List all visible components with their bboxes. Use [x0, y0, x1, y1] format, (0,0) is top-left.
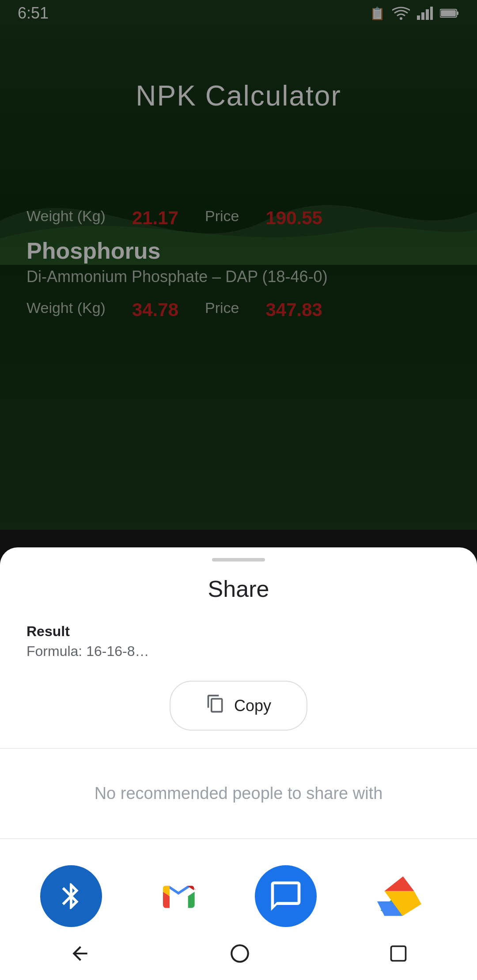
copy-icon	[206, 694, 225, 717]
modal-handle	[212, 558, 265, 562]
nav-home-button[interactable]	[229, 942, 251, 965]
drive-app-icon	[368, 865, 430, 927]
no-recommend-text: No recommended people to share with	[0, 749, 477, 838]
nav-recent-button[interactable]	[389, 944, 408, 963]
copy-label: Copy	[234, 697, 271, 715]
copy-button[interactable]: Copy	[170, 681, 307, 731]
share-title: Share	[0, 576, 477, 602]
bluetooth-app-icon	[40, 865, 102, 927]
gmail-app-icon	[148, 865, 209, 927]
share-preview-title: Result	[26, 623, 450, 640]
messages-app-icon	[255, 865, 317, 927]
nav-bar	[0, 927, 477, 980]
share-preview: Result Formula: 16-16-8…	[0, 623, 477, 660]
nav-back-button[interactable]	[69, 942, 91, 965]
svg-point-8	[231, 945, 248, 962]
share-modal: Share Result Formula: 16-16-8… Copy No r…	[0, 547, 477, 980]
svg-rect-9	[391, 946, 406, 961]
share-preview-text: Formula: 16-16-8…	[26, 643, 450, 660]
copy-btn-container: Copy	[0, 681, 477, 731]
